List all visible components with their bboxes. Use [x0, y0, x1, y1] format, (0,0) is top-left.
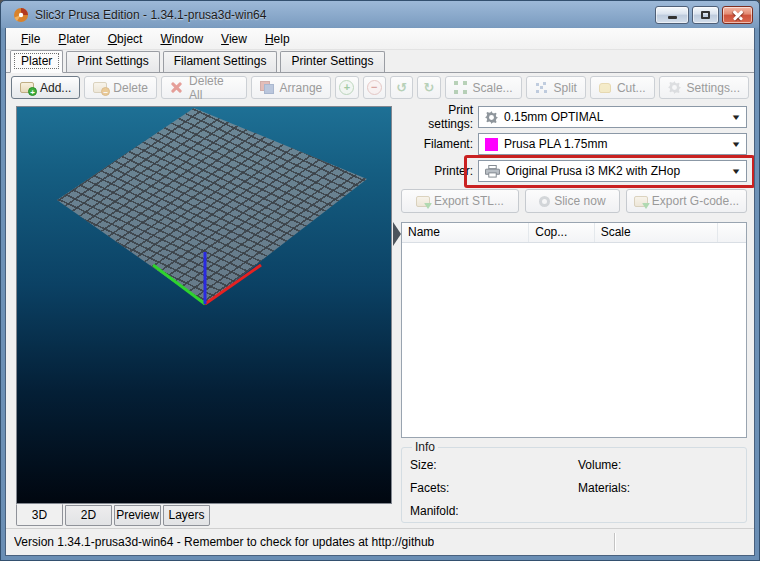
- minus-icon: −: [367, 80, 382, 95]
- info-legend: Info: [412, 440, 438, 454]
- plater-left: 3D 2D Preview Layers: [16, 106, 392, 526]
- close-icon: [732, 9, 744, 21]
- filament-dropdown[interactable]: Prusa PLA 1.75mm ▼: [478, 133, 747, 155]
- export-stl-icon: [416, 196, 430, 207]
- split-button[interactable]: Split: [526, 76, 586, 99]
- info-volume-label: Volume:: [578, 458, 738, 472]
- plater-right-panel: Print settings: 0.15mm OPTIMAL ▼ Filamen…: [401, 106, 747, 526]
- chevron-down-icon: ▼: [730, 113, 741, 122]
- menu-help[interactable]: Help: [256, 30, 299, 48]
- close-button[interactable]: [722, 6, 753, 24]
- view-mode-tabs: 3D 2D Preview Layers: [16, 505, 392, 526]
- menu-object[interactable]: Object: [99, 30, 152, 48]
- column-header-scale[interactable]: Scale: [595, 223, 719, 242]
- cut-button[interactable]: Cut...: [590, 76, 655, 99]
- scale-icon: [454, 81, 467, 94]
- print-settings-label: Print settings:: [401, 103, 473, 131]
- printer-row: Printer: Original Prusa i3 MK2 with ZHop…: [401, 160, 747, 182]
- view-tab-layers[interactable]: Layers: [163, 505, 210, 526]
- delete-all-icon: [170, 81, 183, 94]
- 3d-viewport[interactable]: [16, 106, 392, 504]
- minimize-icon: [668, 16, 677, 19]
- scale-button[interactable]: Scale...: [445, 76, 522, 99]
- status-message: Version 1.34.1-prusa3d-win64 - Remember …: [14, 535, 434, 549]
- toolbar: + Add... − Delete Delete All Arrange + −: [6, 73, 754, 102]
- plus-icon: +: [339, 80, 354, 95]
- statusbar-divider: [614, 533, 616, 551]
- print-settings-row: Print settings: 0.15mm OPTIMAL ▼: [401, 106, 747, 128]
- more-copies-button[interactable]: +: [335, 76, 358, 99]
- delete-button[interactable]: − Delete: [84, 76, 157, 99]
- filament-value: Prusa PLA 1.75mm: [504, 137, 607, 151]
- info-box: Info Size: Volume: Facets: Materials: Ma…: [401, 440, 747, 523]
- client-area: File Plater Object Window View Help Plat…: [5, 28, 755, 556]
- arrange-icon: [260, 81, 274, 94]
- tab-filament-settings[interactable]: Filament Settings: [163, 51, 278, 72]
- action-buttons: Export STL... Slice now Export G-code...: [401, 189, 747, 213]
- tab-plater[interactable]: Plater: [10, 50, 63, 73]
- printer-label: Printer:: [401, 164, 473, 178]
- column-header-copies[interactable]: Cop...: [529, 223, 594, 242]
- printer-dropdown[interactable]: Original Prusa i3 MK2 with ZHop ▼: [478, 160, 747, 182]
- tab-printer-settings[interactable]: Printer Settings: [280, 51, 384, 72]
- delete-object-icon: −: [93, 82, 107, 93]
- filament-label: Filament:: [401, 137, 473, 151]
- column-header-extra: [718, 223, 746, 242]
- object-list-table[interactable]: Name Cop... Scale: [401, 222, 747, 438]
- app-icon: [13, 7, 29, 23]
- statusbar: Version 1.34.1-prusa3d-win64 - Remember …: [6, 528, 754, 555]
- panel-splitter[interactable]: [392, 106, 401, 526]
- menu-view[interactable]: View: [212, 30, 256, 48]
- axis-y-line: [153, 265, 205, 304]
- view-tab-preview[interactable]: Preview: [114, 505, 161, 526]
- rotate-ccw-button[interactable]: ↺: [390, 76, 413, 99]
- menu-plater[interactable]: Plater: [49, 30, 98, 48]
- collapse-arrow-icon: [393, 222, 401, 246]
- print-settings-dropdown[interactable]: 0.15mm OPTIMAL ▼: [478, 106, 747, 128]
- print-settings-value: 0.15mm OPTIMAL: [504, 110, 603, 124]
- chevron-down-icon: ▼: [730, 140, 741, 149]
- view-tab-3d[interactable]: 3D: [16, 504, 63, 526]
- slice-now-button[interactable]: Slice now: [525, 189, 620, 213]
- info-size-label: Size:: [410, 458, 578, 472]
- chevron-down-icon: ▼: [730, 167, 741, 176]
- cut-icon: [599, 83, 611, 93]
- settings-button[interactable]: Settings...: [659, 76, 749, 99]
- printer-icon: [485, 165, 500, 178]
- window-title: Slic3r Prusa Edition - 1.34.1-prusa3d-wi…: [35, 8, 266, 22]
- gear-icon: [485, 111, 498, 124]
- gear-icon: [668, 81, 681, 94]
- filament-row: Filament: Prusa PLA 1.75mm ▼: [401, 133, 747, 155]
- object-table-body[interactable]: [402, 243, 746, 437]
- column-header-name[interactable]: Name: [402, 223, 529, 242]
- printer-value: Original Prusa i3 MK2 with ZHop: [506, 164, 680, 178]
- export-gcode-button[interactable]: Export G-code...: [626, 189, 747, 213]
- info-materials-label: Materials:: [578, 481, 738, 495]
- axes-overlay: [17, 107, 391, 503]
- view-tab-2d[interactable]: 2D: [65, 505, 112, 526]
- minimize-button[interactable]: [655, 6, 689, 24]
- info-facets-label: Facets:: [410, 481, 578, 495]
- slice-icon: [539, 196, 550, 207]
- menu-window[interactable]: Window: [151, 30, 212, 48]
- add-button[interactable]: + Add...: [11, 76, 80, 99]
- export-gcode-icon: [634, 196, 648, 207]
- main-area: 3D 2D Preview Layers Print settings: 0: [6, 102, 754, 526]
- object-table-header: Name Cop... Scale: [402, 223, 746, 243]
- split-icon: [535, 81, 548, 94]
- axis-x-line: [205, 265, 261, 304]
- menubar: File Plater Object Window View Help: [6, 28, 754, 50]
- rotate-cw-button[interactable]: ↻: [417, 76, 440, 99]
- export-stl-button[interactable]: Export STL...: [401, 189, 519, 213]
- rotate-ccw-icon: ↺: [396, 80, 407, 95]
- delete-all-button[interactable]: Delete All: [161, 76, 247, 99]
- app-window: Slic3r Prusa Edition - 1.34.1-prusa3d-wi…: [0, 0, 760, 561]
- fewer-copies-button[interactable]: −: [363, 76, 386, 99]
- arrange-button[interactable]: Arrange: [251, 76, 332, 99]
- maximize-button[interactable]: [692, 6, 719, 24]
- menu-file[interactable]: File: [12, 30, 49, 48]
- tab-print-settings[interactable]: Print Settings: [66, 51, 159, 72]
- info-manifold-label: Manifold:: [410, 504, 578, 518]
- titlebar[interactable]: Slic3r Prusa Edition - 1.34.1-prusa3d-wi…: [5, 1, 755, 28]
- rotate-cw-icon: ↻: [423, 80, 434, 95]
